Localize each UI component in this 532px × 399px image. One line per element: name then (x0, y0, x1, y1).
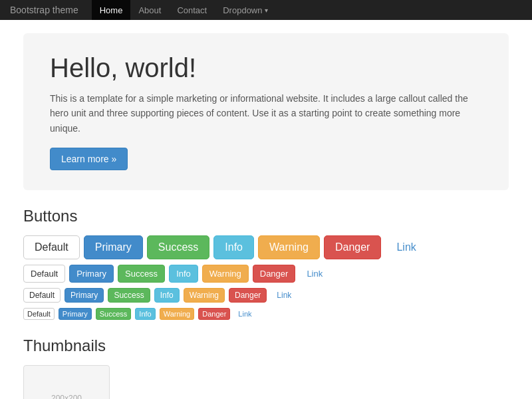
hero-unit: Hello, world! This is a template for a s… (23, 33, 509, 190)
btn-info-md[interactable]: Info (169, 265, 198, 283)
btn-success-md[interactable]: Success (118, 265, 165, 283)
navbar-brand[interactable]: Bootstrap theme (10, 5, 78, 15)
btn-success-xs[interactable]: Success (96, 308, 132, 320)
nav-items: Home About Contact Dropdown ▾ (92, 0, 277, 20)
btn-primary-lg[interactable]: Primary (84, 235, 143, 259)
btn-default-sm[interactable]: Default (23, 288, 61, 303)
thumbnail-item[interactable]: 200x200 (23, 365, 110, 399)
btn-default-lg[interactable]: Default (23, 235, 80, 259)
btn-warning-xs[interactable]: Warning (160, 308, 195, 320)
btn-info-xs[interactable]: Info (135, 308, 155, 320)
nav-item-home[interactable]: Home (92, 0, 131, 20)
btn-danger-md[interactable]: Danger (253, 265, 296, 283)
btn-primary-xs[interactable]: Primary (59, 308, 92, 320)
btn-link-lg[interactable]: Link (385, 235, 427, 259)
thumbnails-section: Thumbnails 200x200 (23, 336, 509, 399)
btn-row-sm: Default Primary Success Info Warning Dan… (23, 288, 509, 303)
learn-more-button[interactable]: Learn more » (50, 148, 128, 170)
btn-primary-sm[interactable]: Primary (65, 288, 104, 303)
nav-item-contact[interactable]: Contact (169, 0, 215, 20)
btn-primary-md[interactable]: Primary (69, 265, 114, 283)
hero-description: This is a template for a simple marketin… (50, 91, 482, 136)
hero-heading: Hello, world! (50, 53, 482, 83)
btn-danger-xs[interactable]: Danger (198, 308, 230, 320)
btn-warning-sm[interactable]: Warning (184, 288, 225, 303)
btn-info-sm[interactable]: Info (154, 288, 180, 303)
btn-row-md: Default Primary Success Info Warning Dan… (23, 265, 509, 283)
buttons-section: Buttons Default Primary Success Info War… (23, 207, 509, 320)
btn-success-lg[interactable]: Success (147, 235, 209, 259)
btn-link-md[interactable]: Link (299, 265, 330, 283)
btn-row-xs: Default Primary Success Info Warning Dan… (23, 308, 509, 320)
btn-link-sm[interactable]: Link (271, 288, 297, 303)
btn-warning-lg[interactable]: Warning (258, 235, 320, 259)
nav-item-dropdown[interactable]: Dropdown ▾ (215, 0, 276, 20)
btn-warning-md[interactable]: Warning (202, 265, 249, 283)
btn-row-lg: Default Primary Success Info Warning Dan… (23, 235, 509, 259)
btn-danger-sm[interactable]: Danger (229, 288, 267, 303)
btn-success-sm[interactable]: Success (108, 288, 150, 303)
navbar: Bootstrap theme Home About Contact Dropd… (0, 0, 532, 20)
btn-danger-lg[interactable]: Danger (324, 235, 381, 259)
btn-info-lg[interactable]: Info (213, 235, 254, 259)
main-content: Hello, world! This is a template for a s… (13, 20, 519, 399)
buttons-title: Buttons (23, 207, 509, 225)
btn-default-xs[interactable]: Default (23, 308, 55, 320)
chevron-down-icon: ▾ (265, 7, 268, 14)
nav-item-about[interactable]: About (130, 0, 169, 20)
btn-default-md[interactable]: Default (23, 265, 65, 283)
btn-link-xs[interactable]: Link (234, 308, 255, 320)
thumbnails-title: Thumbnails (23, 336, 509, 355)
thumbnail-label: 200x200 (51, 394, 82, 399)
